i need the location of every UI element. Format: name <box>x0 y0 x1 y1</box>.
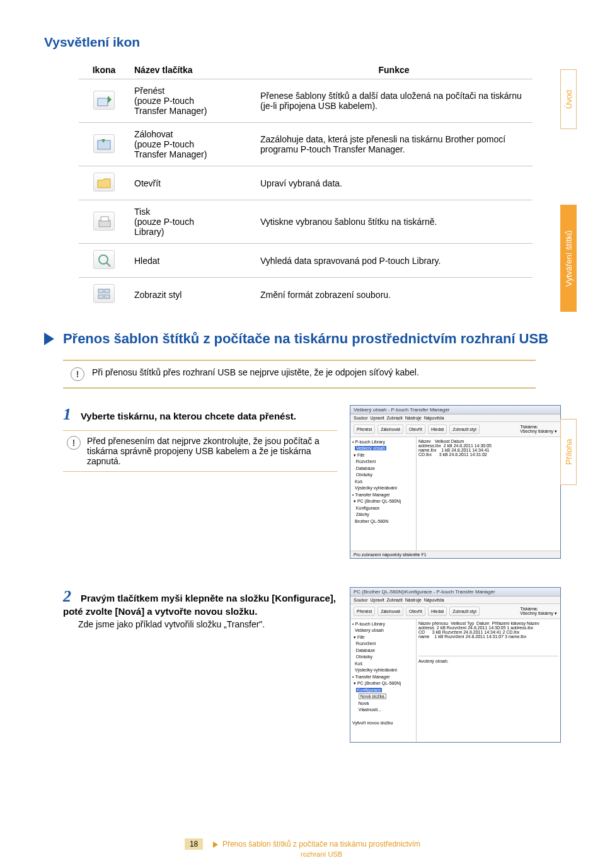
warning-icon: ! <box>71 367 84 381</box>
svg-point-4 <box>99 255 108 264</box>
footer-arrow-icon <box>213 842 218 848</box>
step-number: 2 <box>63 587 78 606</box>
screenshot-1: Veškerý obsah - P-touch Transfer Manager… <box>350 405 561 559</box>
row-name: Otevřít <box>129 166 255 200</box>
step-title: Pravým tlačítkem myši klepněte na složku… <box>63 593 336 617</box>
svg-rect-0 <box>98 98 108 106</box>
shot-btn: Přenést <box>354 425 375 434</box>
screenshot-2: PC (Brother QL-580N)\Konfigurace - P-tou… <box>350 587 561 743</box>
section-arrow-icon <box>44 333 54 345</box>
step-1-note: ! Před přenesením dat nejprve zkontroluj… <box>63 430 337 472</box>
step-note-text: Před přenesením dat nejprve zkontrolujte… <box>87 436 333 466</box>
row-name: Zobrazit styl <box>129 278 255 312</box>
footer-crumb: Přenos šablon štítků z počítače na tiská… <box>222 840 420 848</box>
svg-rect-6 <box>98 289 103 293</box>
step-number: 1 <box>63 405 78 424</box>
shot-btn: Zobrazit styl <box>449 425 480 434</box>
th-func: Funkce <box>255 61 533 79</box>
tab-creating-labels[interactable]: Vytváření štítků <box>560 205 577 312</box>
shot-title: Veškerý obsah - P-touch Transfer Manager <box>350 406 560 414</box>
page-number: 18 <box>185 838 203 850</box>
svg-line-5 <box>107 263 110 266</box>
usb-warning-box: ! Při přenosu štítků přes rozhraní USB s… <box>63 360 536 389</box>
shot-btn: Otevřít <box>406 425 425 434</box>
step-1: 1 Vyberte tiskárnu, na kterou chcete dat… <box>63 405 561 559</box>
row-name: Hledat <box>129 244 255 278</box>
row-func: Vytiskne vybranou šablonu štítku na tisk… <box>255 200 533 244</box>
footer-crumb2: rozhraní USB <box>301 850 342 858</box>
warning-icon: ! <box>67 436 81 450</box>
row-name: Přenést (pouze P-touch Transfer Manager) <box>129 79 255 123</box>
backup-icon <box>93 134 115 153</box>
th-name: Název tlačítka <box>129 61 255 79</box>
row-func: Přenese šablony štítků a další data ulož… <box>255 79 533 123</box>
warning-text: Při přenosu štítků přes rozhraní USB se … <box>92 367 419 377</box>
page-title: Vysvětlení ikon <box>44 35 561 50</box>
search-icon <box>93 250 115 269</box>
row-name: Zálohovat (pouze P-touch Transfer Manage… <box>129 123 255 166</box>
side-navigation: Úvod Vytváření štítků Příloha <box>560 69 577 523</box>
row-name: Tisk (pouze P-touch Library) <box>129 200 255 244</box>
page-footer: 18 Přenos šablon štítků z počítače na ti… <box>0 838 605 859</box>
shot-status: Pro zobrazení nápovědy stiskněte F1 <box>350 551 560 558</box>
open-icon <box>93 173 115 191</box>
row-func: Upraví vybraná data. <box>255 166 533 200</box>
step-body: Zde jsme jako příklad vytvořili složku „… <box>78 619 337 629</box>
shot-btn: Zálohovat <box>377 425 403 434</box>
section-heading: Přenos šablon štítků z počítače na tiská… <box>63 331 548 346</box>
tab-intro[interactable]: Úvod <box>560 69 577 129</box>
svg-rect-9 <box>105 295 110 299</box>
step-2: 2 Pravým tlačítkem myši klepněte na slož… <box>63 587 561 743</box>
svg-rect-7 <box>105 289 110 293</box>
row-func: Vyhledá data spravovaná pod P-touch Libr… <box>255 244 533 278</box>
svg-rect-3 <box>101 217 108 221</box>
svg-rect-1 <box>98 140 110 149</box>
print-icon <box>93 212 115 231</box>
shot-btn: Hledat <box>428 425 447 434</box>
th-icon: Ikona <box>79 61 129 79</box>
row-func: Zazálohuje data, která jste přenesli na … <box>255 123 533 166</box>
step-title: Vyberte tiskárnu, na kterou chcete data … <box>81 411 296 421</box>
svg-rect-8 <box>98 295 103 299</box>
tab-appendix[interactable]: Příloha <box>560 419 577 485</box>
icon-explanation-table: Ikona Název tlačítka Funkce Přenést (pou… <box>79 61 533 311</box>
view-style-icon <box>93 284 115 303</box>
row-func: Změní formát zobrazení souboru. <box>255 278 533 312</box>
transfer-icon <box>93 91 115 110</box>
